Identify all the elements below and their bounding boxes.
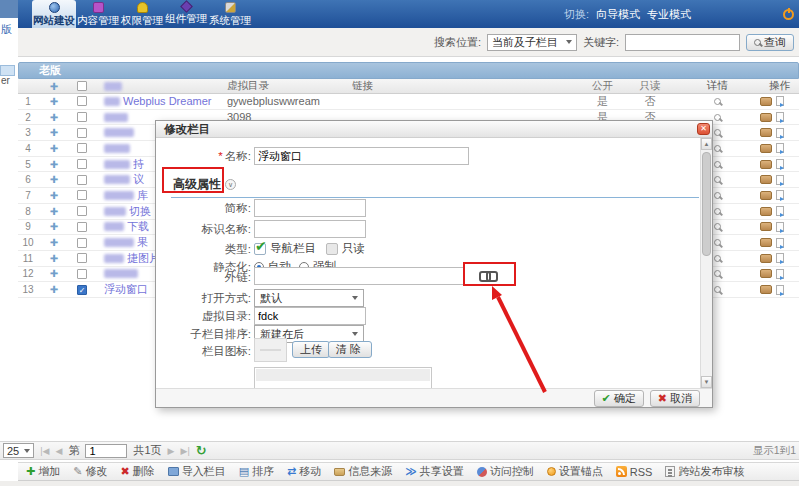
nav-column-checkbox[interactable]: ✔ bbox=[254, 243, 266, 255]
import-op-icon[interactable] bbox=[760, 175, 772, 184]
tab-permission-mgmt[interactable]: 权限管理 bbox=[120, 0, 164, 28]
column-link[interactable]: 下载 bbox=[127, 220, 149, 235]
cancel-button[interactable]: ✖取消 bbox=[650, 390, 700, 407]
row-checkbox[interactable] bbox=[70, 267, 94, 282]
column-link[interactable]: 果 bbox=[137, 235, 148, 250]
import-op-icon[interactable] bbox=[760, 254, 772, 263]
dialog-titlebar[interactable]: 修改栏目 bbox=[156, 121, 712, 138]
page-op-icon[interactable] bbox=[776, 128, 784, 138]
move-handle[interactable]: ✚ bbox=[38, 204, 70, 219]
clear-button[interactable]: 清除 bbox=[328, 341, 372, 358]
collapse-chevron-icon[interactable]: ∨ bbox=[225, 179, 236, 190]
header-vdir[interactable]: 虚拟目录 bbox=[227, 79, 352, 93]
edit-button[interactable]: ✎修改 bbox=[73, 464, 107, 479]
access-control-button[interactable]: 访问控制 bbox=[477, 464, 534, 479]
page-op-icon[interactable] bbox=[776, 143, 784, 153]
row-checkbox[interactable] bbox=[70, 172, 94, 187]
move-handle[interactable]: ✚ bbox=[38, 235, 70, 250]
name-input[interactable] bbox=[254, 147, 469, 165]
import-op-icon[interactable] bbox=[760, 128, 772, 137]
column-link[interactable]: 库 bbox=[137, 188, 148, 203]
row-checkbox[interactable] bbox=[70, 157, 94, 172]
page-op-icon[interactable] bbox=[776, 190, 784, 200]
row-checkbox[interactable] bbox=[70, 110, 94, 125]
move-handle[interactable]: ✚ bbox=[38, 157, 70, 172]
column-link[interactable]: 持 bbox=[133, 157, 144, 172]
page-op-icon[interactable] bbox=[776, 206, 784, 216]
upload-button[interactable]: 上传 bbox=[292, 341, 330, 358]
import-op-icon[interactable] bbox=[760, 160, 772, 169]
column-link[interactable]: 切换 bbox=[129, 204, 151, 219]
row-checkbox[interactable] bbox=[70, 125, 94, 140]
page-op-icon[interactable] bbox=[776, 285, 784, 295]
info-source-button[interactable]: 信息来源 bbox=[334, 464, 392, 479]
set-anchor-button[interactable]: 设置锚点 bbox=[547, 464, 603, 479]
link-icon[interactable] bbox=[479, 270, 495, 280]
import-op-icon[interactable] bbox=[760, 97, 772, 106]
move-handle[interactable]: ✚ bbox=[38, 251, 70, 266]
tab-site-building[interactable]: 网站建设 bbox=[32, 0, 76, 28]
tab-system-mgmt[interactable]: 系统管理 bbox=[208, 0, 252, 28]
import-op-icon[interactable] bbox=[760, 285, 772, 294]
row-checkbox[interactable] bbox=[70, 188, 94, 203]
open-mode-select[interactable]: 默认 bbox=[254, 289, 364, 307]
ok-button[interactable]: ✔确定 bbox=[594, 390, 644, 407]
last-page-button[interactable]: ▶| bbox=[180, 446, 189, 456]
header-public[interactable]: 公开 bbox=[580, 79, 625, 93]
move-button[interactable]: ⇄移动 bbox=[287, 464, 321, 479]
column-link[interactable]: 议 bbox=[133, 172, 144, 187]
import-op-icon[interactable] bbox=[760, 113, 772, 122]
import-op-icon[interactable] bbox=[760, 144, 772, 153]
row-checkbox[interactable] bbox=[70, 204, 94, 219]
row-checkbox[interactable]: ✓ bbox=[70, 282, 94, 297]
page-op-icon[interactable] bbox=[776, 253, 784, 263]
row-checkbox[interactable] bbox=[70, 251, 94, 266]
first-page-button[interactable]: |◀ bbox=[40, 446, 49, 456]
import-op-icon[interactable] bbox=[760, 269, 772, 278]
import-op-icon[interactable] bbox=[760, 238, 772, 247]
import-op-icon[interactable] bbox=[760, 191, 772, 200]
move-handle[interactable]: ✚ bbox=[38, 94, 70, 109]
move-handle[interactable]: ✚ bbox=[38, 141, 70, 156]
row-checkbox[interactable] bbox=[70, 235, 94, 250]
move-handle[interactable]: ✚ bbox=[38, 110, 70, 125]
rss-button[interactable]: RSS bbox=[616, 466, 653, 478]
column-link[interactable]: 浮动窗口 bbox=[104, 282, 148, 297]
move-handle[interactable]: ✚ bbox=[38, 282, 70, 297]
query-button[interactable]: 查询 bbox=[746, 34, 794, 51]
extlink-input[interactable] bbox=[254, 267, 464, 285]
power-icon[interactable] bbox=[783, 9, 794, 20]
select-all-checkbox[interactable] bbox=[70, 79, 94, 93]
refresh-icon[interactable]: ↻ bbox=[196, 443, 207, 458]
scrollbar-thumb[interactable] bbox=[702, 152, 711, 256]
scroll-down-icon[interactable]: ▼ bbox=[701, 376, 712, 388]
page-op-icon[interactable] bbox=[776, 238, 784, 248]
page-size-select[interactable]: 25 bbox=[3, 443, 34, 458]
move-handle[interactable]: ✚ bbox=[38, 172, 70, 187]
page-op-icon[interactable] bbox=[776, 159, 784, 169]
row-checkbox[interactable] bbox=[70, 94, 94, 109]
move-handle[interactable]: ✚ bbox=[38, 220, 70, 235]
page-op-icon[interactable] bbox=[776, 112, 784, 122]
tab-component-mgmt[interactable]: 组件管理 bbox=[164, 0, 208, 28]
alias-input[interactable] bbox=[254, 220, 366, 238]
prev-page-button[interactable]: ◀ bbox=[56, 446, 63, 456]
advanced-section-header[interactable]: 高级属性 ∨ bbox=[173, 176, 236, 193]
name-cell[interactable]: Webplus Dreamer bbox=[94, 94, 227, 109]
page-op-icon[interactable] bbox=[776, 175, 784, 185]
sort-button[interactable]: ▤排序 bbox=[239, 464, 274, 479]
cross-site-audit-button[interactable]: 跨站发布审核 bbox=[665, 464, 744, 479]
import-op-icon[interactable] bbox=[760, 222, 772, 231]
row-checkbox[interactable] bbox=[70, 141, 94, 156]
delete-button[interactable]: ✖删除 bbox=[120, 464, 154, 479]
pro-mode-link[interactable]: 专业模式 bbox=[647, 7, 691, 22]
page-op-icon[interactable] bbox=[776, 222, 784, 232]
move-handle[interactable]: ✚ bbox=[38, 188, 70, 203]
dialog-scrollbar[interactable]: ▲ ▼ bbox=[700, 138, 712, 388]
move-handle[interactable]: ✚ bbox=[38, 125, 70, 140]
search-location-select[interactable]: 当前及子栏目 bbox=[487, 34, 577, 51]
next-page-button[interactable]: ▶ bbox=[168, 446, 175, 456]
column-link[interactable]: Webplus Dreamer bbox=[123, 95, 211, 107]
header-name[interactable] bbox=[94, 79, 227, 93]
move-handle[interactable]: ✚ bbox=[38, 267, 70, 282]
